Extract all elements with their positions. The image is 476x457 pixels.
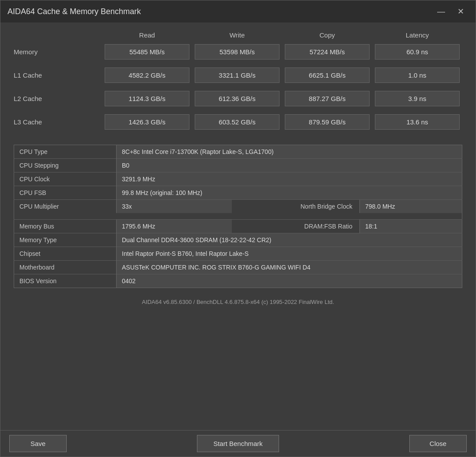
bench-value-memory-read: 55485 MB/s bbox=[105, 44, 189, 60]
chipset-label: Chipset bbox=[14, 247, 117, 261]
table-row-memory-type: Memory Type Dual Channel DDR4-3600 SDRAM… bbox=[14, 233, 462, 247]
main-window: AIDA64 Cache & Memory Benchmark — ✕ Read… bbox=[0, 0, 476, 457]
save-button[interactable]: Save bbox=[9, 435, 67, 452]
motherboard-value: ASUSTeK COMPUTER INC. ROG STRIX B760-G G… bbox=[117, 261, 462, 274]
bench-header-write: Write bbox=[192, 31, 282, 39]
bench-row-l3: L3 Cache 1426.3 GB/s 603.52 GB/s 879.59 … bbox=[14, 114, 462, 130]
bench-value-l3-copy: 879.59 GB/s bbox=[285, 114, 370, 130]
cpu-clock-value: 3291.9 MHz bbox=[117, 172, 462, 186]
bench-label-memory: Memory bbox=[14, 48, 102, 56]
bench-value-memory-copy: 57224 MB/s bbox=[285, 44, 370, 60]
bench-value-l3-read: 1426.3 GB/s bbox=[105, 114, 189, 130]
bench-value-l3-write: 603.52 GB/s bbox=[195, 114, 280, 130]
north-bridge-value: 798.0 MHz bbox=[360, 200, 462, 214]
bench-label-l3: L3 Cache bbox=[14, 118, 102, 126]
cpu-type-label: CPU Type bbox=[14, 145, 117, 159]
bench-value-memory-latency: 60.9 ns bbox=[375, 44, 460, 60]
table-row-spacer bbox=[14, 213, 462, 220]
bench-header-latency: Latency bbox=[372, 31, 462, 39]
bench-value-l2-copy: 887.27 GB/s bbox=[285, 91, 370, 106]
dram-fsb-value: 18:1 bbox=[360, 220, 462, 233]
main-content: Read Write Copy Latency Memory 55485 MB/… bbox=[0, 22, 476, 430]
title-controls: — ✕ bbox=[433, 6, 468, 17]
bios-version-label: BIOS Version bbox=[14, 274, 117, 288]
bench-row-l1: L1 Cache 4582.2 GB/s 3321.1 GB/s 6625.1 … bbox=[14, 67, 462, 83]
bench-value-l1-write: 3321.1 GB/s bbox=[195, 67, 280, 83]
bottom-bar: Save Start Benchmark Close bbox=[0, 430, 476, 457]
bench-value-l2-write: 612.36 GB/s bbox=[195, 91, 280, 106]
cpu-stepping-label: CPU Stepping bbox=[14, 159, 117, 172]
cpu-clock-label: CPU Clock bbox=[14, 172, 117, 186]
cpu-type-value: 8C+8c Intel Core i7-13700K (Raptor Lake-… bbox=[117, 145, 462, 159]
bench-value-l1-copy: 6625.1 GB/s bbox=[285, 67, 370, 83]
close-button[interactable]: Close bbox=[409, 435, 467, 452]
memory-bus-value: 1795.6 MHz bbox=[117, 220, 232, 233]
bench-value-l2-latency: 3.9 ns bbox=[375, 91, 460, 106]
cpu-stepping-value: B0 bbox=[117, 159, 462, 172]
bench-label-l1: L1 Cache bbox=[14, 71, 102, 79]
memory-bus-label: Memory Bus bbox=[14, 220, 117, 233]
bench-value-l2-read: 1124.3 GB/s bbox=[105, 91, 189, 106]
motherboard-label: Motherboard bbox=[14, 261, 117, 274]
system-info-table: CPU Type 8C+8c Intel Core i7-13700K (Rap… bbox=[14, 145, 462, 288]
title-bar: AIDA64 Cache & Memory Benchmark — ✕ bbox=[0, 0, 476, 22]
cpu-fsb-label: CPU FSB bbox=[14, 186, 117, 200]
bench-header-copy: Copy bbox=[282, 31, 372, 39]
memory-type-label: Memory Type bbox=[14, 233, 117, 247]
bios-version-value: 0402 bbox=[117, 274, 462, 288]
bench-header: Read Write Copy Latency bbox=[14, 31, 462, 41]
system-info-block: CPU Type 8C+8c Intel Core i7-13700K (Rap… bbox=[14, 145, 462, 288]
bench-header-read: Read bbox=[102, 31, 192, 39]
table-row-motherboard: Motherboard ASUSTeK COMPUTER INC. ROG ST… bbox=[14, 261, 462, 274]
bench-header-empty bbox=[14, 31, 102, 39]
table-row-cpu-type: CPU Type 8C+8c Intel Core i7-13700K (Rap… bbox=[14, 145, 462, 159]
cpu-multiplier-value: 33x bbox=[117, 200, 232, 214]
table-row-bios: BIOS Version 0402 bbox=[14, 274, 462, 288]
bench-value-l1-latency: 1.0 ns bbox=[375, 67, 460, 83]
bench-value-l3-latency: 13.6 ns bbox=[375, 114, 460, 130]
table-row-cpu-multiplier: CPU Multiplier 33x North Bridge Clock 79… bbox=[14, 200, 462, 214]
cpu-multiplier-label: CPU Multiplier bbox=[14, 200, 117, 214]
table-row-cpu-fsb: CPU FSB 99.8 MHz (original: 100 MHz) bbox=[14, 186, 462, 200]
bench-value-memory-write: 53598 MB/s bbox=[195, 44, 280, 60]
footer-text: AIDA64 v6.85.6300 / BenchDLL 4.6.875.8-x… bbox=[14, 295, 462, 309]
bench-value-l1-read: 4582.2 GB/s bbox=[105, 67, 189, 83]
table-row-cpu-clock: CPU Clock 3291.9 MHz bbox=[14, 172, 462, 186]
table-row-chipset: Chipset Intel Raptor Point-S B760, Intel… bbox=[14, 247, 462, 261]
table-row-cpu-stepping: CPU Stepping B0 bbox=[14, 159, 462, 172]
bench-row-memory: Memory 55485 MB/s 53598 MB/s 57224 MB/s … bbox=[14, 44, 462, 60]
bench-label-l2: L2 Cache bbox=[14, 95, 102, 102]
table-row-memory-bus: Memory Bus 1795.6 MHz DRAM:FSB Ratio 18:… bbox=[14, 220, 462, 233]
memory-type-value: Dual Channel DDR4-3600 SDRAM (18-22-22-4… bbox=[117, 233, 462, 247]
cpu-fsb-value: 99.8 MHz (original: 100 MHz) bbox=[117, 186, 462, 200]
north-bridge-label: North Bridge Clock bbox=[232, 200, 360, 214]
bench-rows: Memory 55485 MB/s 53598 MB/s 57224 MB/s … bbox=[14, 44, 462, 138]
window-title: AIDA64 Cache & Memory Benchmark bbox=[8, 7, 141, 16]
dram-fsb-label: DRAM:FSB Ratio bbox=[232, 220, 360, 233]
bench-row-l2: L2 Cache 1124.3 GB/s 612.36 GB/s 887.27 … bbox=[14, 91, 462, 106]
close-title-button[interactable]: ✕ bbox=[453, 6, 468, 17]
start-benchmark-button[interactable]: Start Benchmark bbox=[197, 435, 279, 452]
minimize-button[interactable]: — bbox=[433, 6, 450, 17]
chipset-value: Intel Raptor Point-S B760, Intel Raptor … bbox=[117, 247, 462, 261]
